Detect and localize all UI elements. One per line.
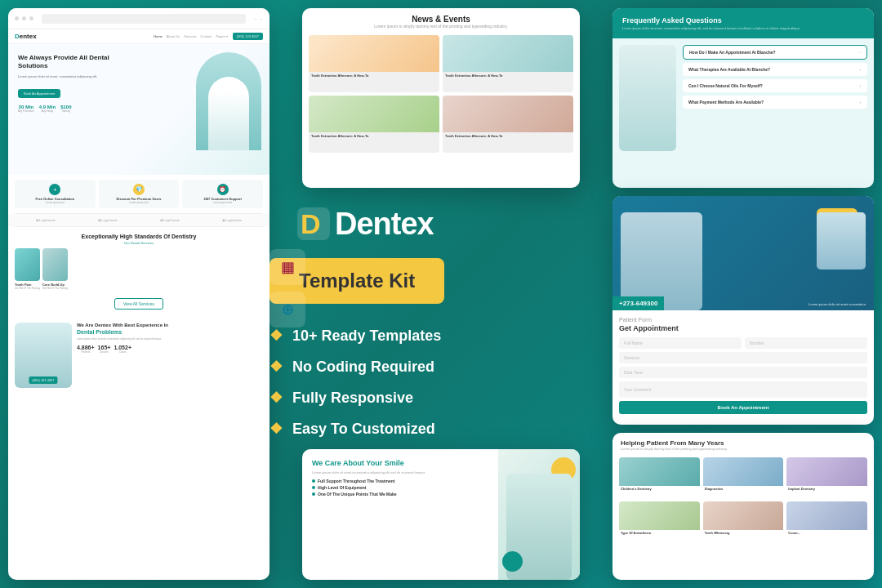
faq-image xyxy=(619,45,676,151)
service-img-6 xyxy=(786,501,867,530)
mini-service-2: 💎 Discount For Premium Users Lorem ipsum… xyxy=(99,180,180,208)
smile-feature-3: One Of The Unique Points That We Make xyxy=(312,492,488,497)
mini-dental-img-box-2 xyxy=(42,248,68,281)
smile-image-section xyxy=(498,449,580,580)
center-brand-section: D Dentex Template Kit ❖ 10+ Ready Templa… xyxy=(270,204,547,438)
smile-teal-circle xyxy=(502,551,523,572)
service-lbl-6: Cosm... xyxy=(786,530,867,536)
svg-text:D: D xyxy=(301,208,321,239)
smile-desc: Lorem ipsum dolor sit amet consectetur a… xyxy=(312,470,488,475)
feature-text-3: Fully Responsive xyxy=(292,390,413,407)
elementor-icon: ▦ xyxy=(281,258,295,276)
mini-service-1: + Free Online Consultation Lorem ipsum t… xyxy=(15,180,96,208)
feature-text-4: Easy To Customized xyxy=(292,421,435,438)
browser-dot-3 xyxy=(29,16,33,20)
mini-img-1: Tooth Pain Get Rid Of The Paining xyxy=(15,248,40,290)
mini-counters: 4.886+ Patients 165+ Doctors 1.052+ Case… xyxy=(77,345,263,354)
service-lbl-1: Children's Dentistry xyxy=(619,486,700,492)
mini-about-text: We Are Dentex With Best Experience In De… xyxy=(77,323,263,388)
left-preview-panel: ← → Dentex Home About Us Services Contac… xyxy=(8,8,270,580)
appt-doctor-img xyxy=(817,212,866,270)
elementor-icon-box: ▦ xyxy=(270,249,305,285)
faq-title: Frequently Asked Questions xyxy=(622,16,864,24)
diamond-icon-1: ❖ xyxy=(270,327,283,345)
service-img-4 xyxy=(619,501,700,530)
mini-service-row: + Free Online Consultation Lorem ipsum t… xyxy=(15,180,263,208)
smile-panel: We Care About Your Smile Lorem ipsum dol… xyxy=(302,449,580,580)
faq-questions-list: How Do I Make An Appointment At Blanche?… xyxy=(683,45,867,151)
faq-content: How Do I Make An Appointment At Blanche?… xyxy=(612,38,874,158)
mini-service-3: ⏰ 24/7 Customers Support Lorem ipsum tex… xyxy=(182,180,263,208)
news-events-panel: News & Events Lorem ipsum is simply dumm… xyxy=(302,8,580,188)
diamond-icon-2: ❖ xyxy=(270,358,283,376)
counter-1: 4.886+ Patients xyxy=(77,345,95,354)
mini-hero-image xyxy=(196,52,261,150)
feature-text-1: 10+ Ready Templates xyxy=(292,327,441,345)
appt-submit-btn: Book An Appointment xyxy=(619,401,867,414)
wordpress-icon-box: ⊕ xyxy=(270,292,305,327)
news-item-4: Tooth Extraction Aftercare: A How-To xyxy=(443,96,573,153)
services-panel: Helping Patient From Many Years Lorem ip… xyxy=(612,433,874,580)
services-title: Helping Patient From Many Years xyxy=(621,439,866,447)
brand-name-text: Dentex xyxy=(335,207,434,242)
mini-about-title: We Are Dentex With Best Experience In xyxy=(77,323,263,327)
feature-item-1: ❖ 10+ Ready Templates xyxy=(270,327,441,345)
service-img-2 xyxy=(703,457,784,486)
smile-title-plain: We Care About Your xyxy=(312,459,382,467)
counter-3: 1.052+ Cases xyxy=(114,345,131,354)
service-lbl-5: Teeth Whitening xyxy=(703,530,784,536)
features-list: ❖ 10+ Ready Templates ❖ No Coding Requir… xyxy=(270,327,441,438)
mini-logo: Dentex xyxy=(15,33,37,40)
service-img-3 xyxy=(786,457,867,486)
mini-dental-images: Tooth Pain Get Rid Of The Paining Core B… xyxy=(15,248,263,290)
mini-standards-sub: Our Dental Services xyxy=(15,241,263,245)
service-lbl-2: Diagnostics xyxy=(703,486,784,492)
news-title: News & Events xyxy=(310,15,572,24)
mini-stat-3: $100 Starting xyxy=(60,105,71,113)
service-card-3: Implant Dentistry xyxy=(786,457,867,498)
news-grid: Tooth Extraction Aftercare: A How-To Too… xyxy=(302,32,580,156)
faq-panel: Frequently Asked Questions Lorem ipsum d… xyxy=(612,8,874,188)
feature-text-2: No Coding Required xyxy=(292,359,434,376)
mini-hero-title: We Always Provide All Dental Solutions xyxy=(18,54,116,71)
smile-title-accent: Smile xyxy=(385,459,404,467)
smile-dot-1 xyxy=(312,479,315,483)
mini-services-cards: + Free Online Consultation Lorem ipsum t… xyxy=(8,175,270,213)
news-sub: Lorem ipsum is simply dummy text of the … xyxy=(310,24,572,29)
service-card-2: Diagnostics xyxy=(703,457,784,498)
browser-dot-1 xyxy=(15,16,19,20)
mini-standards-title: Exceptionally High Standards Of Dentistr… xyxy=(15,234,263,239)
news-item-3: Tooth Extraction Aftercare: A How-To xyxy=(309,96,439,153)
service-card-5: Teeth Whitening xyxy=(703,501,784,542)
mini-img-sub-2: Get Rid Of The Paining xyxy=(42,287,68,290)
smile-title: We Care About Your Smile xyxy=(312,459,488,467)
news-item-1: Tooth Extraction Aftercare: A How-To xyxy=(309,35,439,92)
feature-item-4: ❖ Easy To Customized xyxy=(270,420,441,438)
mini-dental-img-box-1 xyxy=(15,248,40,281)
faq-q-4: What Payment Methods Are Available? + xyxy=(683,96,867,109)
service-card-1: Children's Dentistry xyxy=(619,457,700,498)
mini-img-2: Core Build-Up Get Rid Of The Paining xyxy=(42,248,68,290)
mini-img-sub-1: Get Rid Of The Paining xyxy=(15,287,40,290)
mini-partners-row: ◉ Legitimate ◉ Legitimate ◉ Legitimate ◉… xyxy=(8,214,270,226)
browser-dot-2 xyxy=(22,16,26,20)
smile-content: We Care About Your Smile Lorem ipsum dol… xyxy=(302,449,580,580)
service-lbl-3: Implant Dentistry xyxy=(786,486,867,492)
service-img-1 xyxy=(619,457,700,486)
service-img-5 xyxy=(703,501,784,530)
smile-feature-1: Full Support Throughout The Treatment xyxy=(312,479,488,483)
partner-3: ◉ Legitimate xyxy=(160,218,180,222)
news-header: News & Events Lorem ipsum is simply dumm… xyxy=(302,8,580,32)
faq-q-3: Can I Choose Natural Oils For Myself? + xyxy=(683,79,867,92)
appointment-panel: +273-649300 Lorem ipsum dolor sit amet c… xyxy=(612,196,874,425)
appt-field-name: Full Name xyxy=(619,337,742,349)
mini-hero-btn: Book An Appointment xyxy=(18,89,60,98)
appt-sub-text: Lorem ipsum dolor sit amet consectetur xyxy=(808,302,866,306)
appointment-form: Patient Form Get Appointment Full Name N… xyxy=(612,310,874,421)
services-sub: Lorem ipsum is simply dummy text of the … xyxy=(621,447,866,451)
center-plugin-icons: ▦ ⊕ xyxy=(270,249,305,327)
mini-about-section: (001) 123 4567 We Are Dentex With Best E… xyxy=(8,316,270,394)
mini-nav: Dentex Home About Us Services Contact Pa… xyxy=(8,29,270,44)
partner-2: ◉ Legitimate xyxy=(98,218,118,222)
faq-q-2: What Therapies Are Available At Blanche?… xyxy=(683,63,867,76)
